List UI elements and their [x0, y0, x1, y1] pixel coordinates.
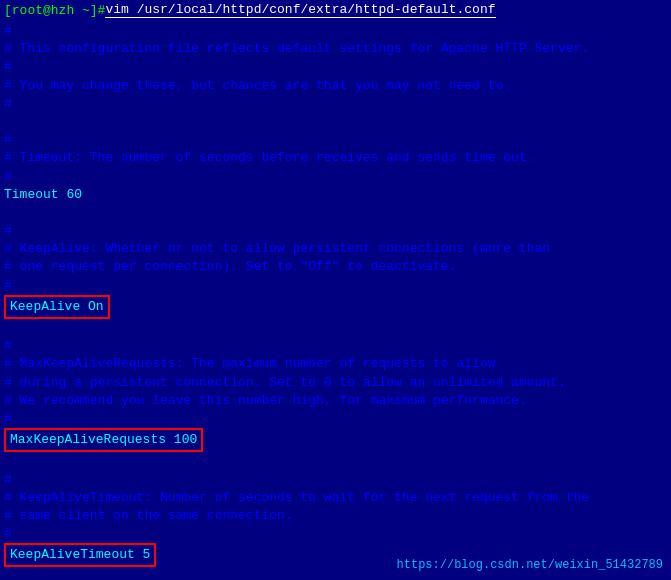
- content-line: #: [4, 337, 667, 355]
- content-line: # This configuration file reflects defau…: [4, 40, 667, 58]
- content-line: # one request per connection). Set to "O…: [4, 258, 667, 276]
- file-content: ## This configuration file reflects defa…: [0, 20, 671, 580]
- content-line: [4, 319, 667, 337]
- content-line: #: [4, 222, 667, 240]
- content-line: KeepAlive On: [4, 295, 667, 319]
- watermark: https://blog.csdn.net/weixin_51432789: [397, 558, 663, 572]
- content-line: # KeepAliveTimeout: Number of seconds to…: [4, 489, 667, 507]
- content-line: # KeepAlive: Whether or not to allow per…: [4, 240, 667, 258]
- content-line: # Timeout: The number of seconds before …: [4, 149, 667, 167]
- content-line: #: [4, 410, 667, 428]
- content-line: # We recommend you leave this number hig…: [4, 392, 667, 410]
- highlighted-directive: MaxKeepAliveRequests 100: [4, 428, 203, 452]
- content-line: #: [4, 471, 667, 489]
- content-line: # MaxKeepAliveRequests: The maximum numb…: [4, 355, 667, 373]
- vim-command: vim /usr/local/httpd/conf/extra/httpd-de…: [105, 2, 495, 18]
- terminal-window: [root@hzh ~]# vim /usr/local/httpd/conf/…: [0, 0, 671, 580]
- content-line: #: [4, 22, 667, 40]
- shell-prompt: [root@hzh ~]#: [4, 3, 105, 18]
- content-line: [4, 452, 667, 470]
- content-line: Timeout 60: [4, 186, 667, 204]
- content-line: #: [4, 277, 667, 295]
- content-line: [4, 204, 667, 222]
- content-line: MaxKeepAliveRequests 100: [4, 428, 667, 452]
- highlighted-directive: KeepAliveTimeout 5: [4, 543, 156, 567]
- content-line: # same client on the same connection.: [4, 507, 667, 525]
- content-line: # You may change these, but chances are …: [4, 77, 667, 95]
- content-line: #: [4, 131, 667, 149]
- content-line: #: [4, 168, 667, 186]
- content-line: #: [4, 525, 667, 543]
- highlighted-directive: KeepAlive On: [4, 295, 110, 319]
- title-bar: [root@hzh ~]# vim /usr/local/httpd/conf/…: [0, 0, 671, 20]
- content-line: [4, 113, 667, 131]
- content-line: # during a persistent connection. Set to…: [4, 374, 667, 392]
- content-line: #: [4, 95, 667, 113]
- content-line: #: [4, 58, 667, 76]
